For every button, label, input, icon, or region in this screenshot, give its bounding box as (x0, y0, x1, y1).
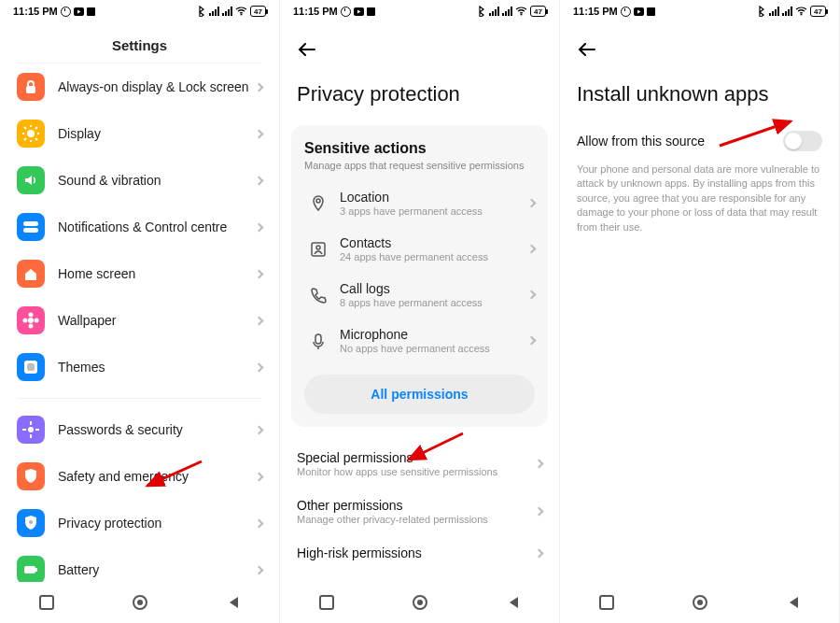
svg-point-46 (801, 14, 803, 16)
signal-icon-2 (782, 7, 792, 16)
status-time: 11:15 PM (13, 6, 58, 17)
wifi-icon (795, 7, 807, 16)
chevron-right-icon (256, 364, 262, 371)
perm-sub: 8 apps have permanent access (340, 297, 528, 308)
switch-icon (17, 213, 45, 241)
chevron-right-icon (256, 131, 262, 137)
perm-phone[interactable]: Call logs8 apps have permanent access (304, 272, 535, 318)
settings-item-theme[interactable]: Themes (0, 344, 279, 390)
page-title: Install unknown apps (560, 65, 839, 125)
item-label: Sound & vibration (58, 173, 256, 188)
svg-point-16 (29, 324, 34, 329)
bluetooth-icon (197, 6, 206, 17)
stop-icon (647, 7, 655, 16)
phone-icon (304, 286, 332, 304)
perm-contact[interactable]: Contacts24 apps have permanent access (304, 226, 535, 272)
stop-icon (87, 7, 95, 16)
youtube-icon (74, 7, 84, 16)
settings-item-shield[interactable]: Safety and emergency (0, 453, 279, 500)
svg-point-18 (35, 319, 39, 323)
chevron-right-icon (528, 291, 535, 298)
privacy-icon (17, 509, 45, 537)
header (280, 22, 559, 65)
nav-bar (280, 582, 559, 623)
chevron-right-icon (256, 84, 262, 91)
settings-item-privacy[interactable]: Privacy protection (0, 500, 279, 546)
svg-rect-23 (30, 434, 32, 438)
signal-icon (209, 7, 219, 16)
all-permissions-button[interactable]: All permissions (304, 375, 535, 414)
item-label: Safety and emergency (58, 469, 256, 484)
chevron-right-icon (256, 567, 262, 573)
chevron-right-icon (256, 427, 262, 433)
nav-recent-icon[interactable] (319, 595, 334, 610)
youtube-icon (634, 7, 644, 16)
battery-icon: 47 (530, 6, 546, 17)
nav-back-icon[interactable] (787, 595, 800, 610)
row-label: Other permissions (297, 498, 536, 513)
nav-back-icon[interactable] (507, 595, 520, 610)
perm-row-other-permissions[interactable]: Other permissionsManage other privacy-re… (280, 488, 559, 535)
nav-back-icon[interactable] (227, 595, 240, 610)
perm-row-high-risk-permissions[interactable]: High-risk permissions (280, 535, 559, 571)
perm-row-special-permissions[interactable]: Special permissionsMonitor how apps use … (280, 440, 559, 488)
settings-item-home[interactable]: Home screen (0, 250, 279, 297)
screen-settings: 11:15 PM 47 Settings Always-on display &… (0, 0, 280, 623)
item-label: Wallpaper (58, 313, 256, 328)
svg-rect-2 (26, 86, 35, 93)
contact-icon (304, 240, 332, 259)
settings-item-sound[interactable]: Sound & vibration (0, 157, 279, 204)
settings-item-flower[interactable]: Wallpaper (0, 297, 279, 344)
svg-rect-25 (35, 429, 39, 431)
svg-rect-20 (27, 363, 35, 371)
nav-recent-icon[interactable] (599, 595, 614, 610)
settings-list: Always-on display & Lock screenDisplaySo… (0, 64, 279, 582)
stop-icon (367, 7, 375, 16)
svg-rect-24 (22, 429, 26, 431)
settings-item-switch[interactable]: Notifications & Control centre (0, 204, 279, 250)
svg-rect-13 (23, 228, 38, 233)
signal-icon (769, 7, 779, 16)
svg-point-49 (697, 600, 703, 605)
perm-mic[interactable]: MicrophoneNo apps have permanent access (304, 318, 535, 363)
settings-item-gear[interactable]: Passwords & security (0, 406, 279, 453)
perm-pin[interactable]: Location3 apps have permanent access (304, 180, 535, 226)
settings-item-sun[interactable]: Display (0, 110, 279, 157)
svg-point-1 (241, 14, 243, 16)
screen-privacy: 11:15 PM 47 Privacy protection Sensitive… (280, 0, 560, 623)
nav-home-icon[interactable] (412, 594, 428, 611)
item-label: Themes (58, 360, 256, 375)
perm-sub: 24 apps have permanent access (340, 251, 528, 262)
svg-rect-33 (40, 596, 53, 609)
item-label: Display (58, 126, 256, 141)
alarm-icon (621, 7, 631, 17)
signal-icon (489, 7, 499, 16)
toggle-switch[interactable] (783, 131, 822, 151)
svg-rect-22 (30, 421, 32, 425)
screen-install-unknown: 11:15 PM 47 Install unknown apps Allow f… (560, 0, 840, 623)
allow-source-row[interactable]: Allow from this source (560, 125, 839, 163)
perm-sub: No apps have permanent access (340, 343, 528, 354)
chevron-right-icon (256, 177, 262, 184)
svg-point-3 (27, 130, 35, 137)
nav-home-icon[interactable] (132, 594, 148, 611)
svg-line-8 (24, 127, 26, 129)
chevron-right-icon (256, 318, 262, 324)
back-button[interactable] (577, 39, 597, 60)
bluetooth-icon (477, 6, 486, 17)
svg-rect-42 (320, 596, 333, 609)
settings-item-lock[interactable]: Always-on display & Lock screen (0, 64, 279, 110)
svg-rect-27 (24, 566, 35, 573)
settings-item-battery[interactable]: Battery (0, 546, 279, 582)
chevron-right-icon (536, 550, 542, 557)
nav-home-icon[interactable] (692, 594, 708, 611)
chevron-right-icon (528, 337, 535, 344)
nav-recent-icon[interactable] (39, 595, 54, 610)
battery-icon: 47 (810, 6, 826, 17)
back-button[interactable] (297, 39, 317, 60)
lock-icon (17, 73, 45, 101)
perm-label: Microphone (340, 327, 528, 342)
wifi-icon (235, 7, 247, 16)
chevron-right-icon (256, 474, 262, 480)
toggle-label: Allow from this source (577, 134, 783, 149)
